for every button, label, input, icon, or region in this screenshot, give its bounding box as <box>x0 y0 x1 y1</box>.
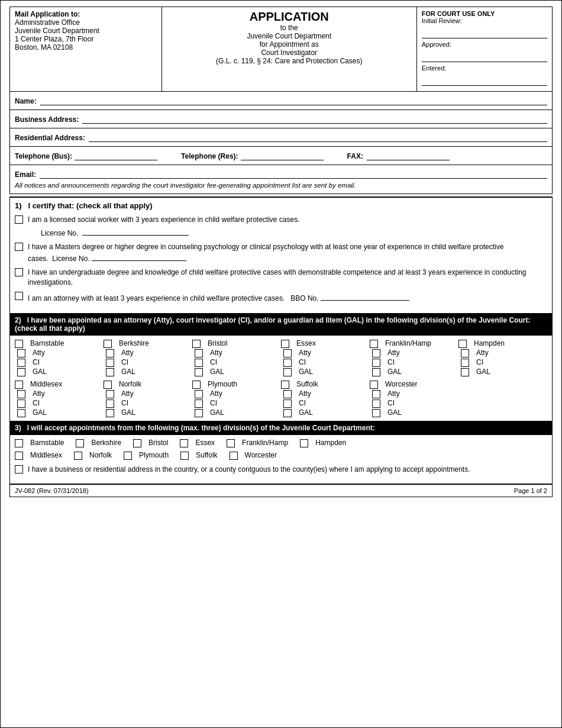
s3-checkbox-essex[interactable] <box>180 439 188 447</box>
checkbox-bristol[interactable] <box>192 340 201 348</box>
checkbox-hampden[interactable] <box>458 340 467 348</box>
checkbox-worcester[interactable] <box>370 381 378 389</box>
s3-checkbox-suffolk[interactable] <box>180 452 189 460</box>
checkbox-suffolk-atty[interactable] <box>283 390 292 398</box>
checkbox-item4[interactable] <box>15 292 23 300</box>
checkbox-essex-atty[interactable] <box>283 349 292 357</box>
section2-body: Barnstable Atty CI GAL Berkshi <box>9 336 553 421</box>
checkbox-hampden-ci[interactable] <box>461 359 469 367</box>
checkbox-berkshire-ci[interactable] <box>106 359 114 367</box>
name-section: Name: <box>9 92 553 110</box>
checkbox-middlesex-ci[interactable] <box>17 400 25 408</box>
s3-checkbox-bristol[interactable] <box>133 439 141 447</box>
header-right: FOR COURT USE ONLY Initial Review: Appro… <box>416 7 552 92</box>
s3-checkbox-berkshire[interactable] <box>76 439 84 447</box>
business-address-label: Business Address: <box>15 115 79 124</box>
division-plymouth: Plymouth Atty CI GAL <box>192 380 281 417</box>
checkbox-barnstable-gal[interactable] <box>17 368 25 376</box>
address-line1: Administrative Office <box>15 18 157 27</box>
checkbox-berkshire[interactable] <box>104 340 112 348</box>
s3-checkbox-norfolk[interactable] <box>74 452 82 460</box>
s3-checkbox-barnstable[interactable] <box>15 439 23 447</box>
subtitle5: (G.L. c. 119, § 24: Care and Protection … <box>167 57 412 65</box>
s3-checkbox-middlesex[interactable] <box>15 452 23 460</box>
checkbox-franklin-atty[interactable] <box>372 349 380 357</box>
telephone-bus-field[interactable] <box>75 151 157 160</box>
checkbox-hampden-atty[interactable] <box>461 349 469 357</box>
div-name-essex: Essex <box>296 339 316 347</box>
telephone-res-field[interactable] <box>241 151 324 160</box>
checkbox-middlesex-atty[interactable] <box>17 390 25 398</box>
checkbox-norfolk-atty[interactable] <box>106 390 114 398</box>
residential-address-section: Residential Address: <box>9 128 553 147</box>
div-name-suffolk: Suffolk <box>296 380 318 388</box>
checkbox-worcester-gal[interactable] <box>372 409 380 417</box>
checkbox-barnstable-ci[interactable] <box>17 359 25 367</box>
s3-checkbox-hampden[interactable] <box>300 439 308 447</box>
checkbox-bristol-ci[interactable] <box>195 359 203 367</box>
bbo-field[interactable] <box>321 291 409 301</box>
checkbox-barnstable[interactable] <box>15 340 23 348</box>
residential-address-field[interactable] <box>89 133 547 142</box>
checkbox-essex-ci[interactable] <box>283 359 292 367</box>
s3-hampden: Hampden <box>300 439 346 447</box>
checkbox-plymouth-gal[interactable] <box>195 409 203 417</box>
subtitle2: Juvenile Court Department <box>167 32 412 40</box>
checkbox-franklin[interactable] <box>370 340 378 348</box>
division-barnstable: Barnstable Atty CI GAL <box>15 339 104 376</box>
s3-checkbox-business[interactable] <box>15 465 23 473</box>
division-franklin: Franklin/Hamp Atty CI GAL <box>370 339 458 376</box>
checkbox-bristol-atty[interactable] <box>195 349 203 357</box>
checkbox-berkshire-gal[interactable] <box>106 368 114 376</box>
s3-checkbox-worcester[interactable] <box>230 452 238 460</box>
checkbox-essex-gal[interactable] <box>283 368 292 376</box>
checkbox-worcester-ci[interactable] <box>372 400 380 408</box>
subtitle3: for Appointment as <box>167 40 412 49</box>
checkbox-franklin-ci[interactable] <box>372 359 380 367</box>
form-number: JV-082 (Rev. 07/31/2018) <box>15 487 89 494</box>
checkbox-plymouth-atty[interactable] <box>195 390 203 398</box>
checkbox-middlesex[interactable] <box>15 381 23 389</box>
approved-label: Approved: <box>422 41 547 48</box>
checkbox-item2[interactable] <box>15 243 23 251</box>
checkbox-item3[interactable] <box>15 268 23 276</box>
checkbox-norfolk-ci[interactable] <box>106 400 114 408</box>
checkbox-worcester-atty[interactable] <box>372 390 380 398</box>
checkbox-suffolk[interactable] <box>281 381 289 389</box>
s3-checkbox-franklin[interactable] <box>227 439 235 447</box>
checkbox-middlesex-gal[interactable] <box>17 409 25 417</box>
email-row: Email: <box>15 167 547 181</box>
checkbox-franklin-gal[interactable] <box>372 368 380 376</box>
residential-address-row: Residential Address: <box>15 131 547 144</box>
email-field[interactable] <box>40 169 547 179</box>
division-worcester: Worcester Atty CI GAL <box>370 380 458 417</box>
certify-text-2: I have a Masters degree or higher degree… <box>28 242 547 265</box>
business-address-field[interactable] <box>82 114 547 124</box>
checkbox-hampden-gal[interactable] <box>461 368 469 376</box>
section3-div-row2: Middlesex Norfolk Plymouth Suffolk Worce… <box>15 451 547 460</box>
name-field[interactable] <box>40 96 547 105</box>
checkbox-norfolk-gal[interactable] <box>106 409 114 417</box>
section1-number: 1) <box>15 201 22 210</box>
mail-label: Mail Application to: <box>15 10 157 18</box>
phone-res-segment: Telephone (Res): <box>181 151 323 160</box>
checkbox-berkshire-atty[interactable] <box>106 349 114 357</box>
s3-checkbox-plymouth[interactable] <box>124 452 132 460</box>
checkbox-suffolk-ci[interactable] <box>283 400 292 408</box>
license-field-1[interactable] <box>82 226 189 236</box>
header-table: Mail Application to: Administrative Offi… <box>9 7 553 92</box>
checkbox-essex[interactable] <box>281 340 289 348</box>
checkbox-plymouth[interactable] <box>192 381 201 389</box>
checkbox-norfolk[interactable] <box>104 381 112 389</box>
checkbox-item1[interactable] <box>15 215 23 224</box>
checkbox-barnstable-atty[interactable] <box>17 349 25 357</box>
checkbox-plymouth-ci[interactable] <box>195 400 203 408</box>
section1-title: 1) I certify that: (check all that apply… <box>15 201 547 210</box>
s3-bristol: Bristol <box>133 439 168 447</box>
divisions-row2: Middlesex Atty CI GAL Norfolk <box>15 380 547 417</box>
fax-field[interactable] <box>367 151 450 160</box>
checkbox-suffolk-gal[interactable] <box>283 409 292 417</box>
checkbox-bristol-gal[interactable] <box>195 368 203 376</box>
div-name-hampden: Hampden <box>474 339 505 347</box>
license-field-2[interactable] <box>92 252 186 261</box>
